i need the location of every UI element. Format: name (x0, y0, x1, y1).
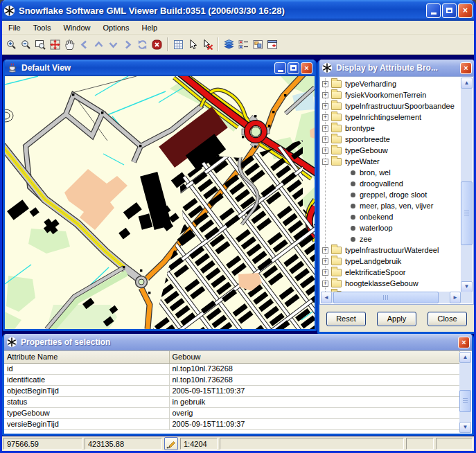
map-close-button[interactable]: × (301, 62, 312, 74)
maximize-button[interactable] (442, 3, 457, 18)
edit-pencil-icon[interactable] (164, 437, 178, 450)
menu-file[interactable]: File (2, 21, 27, 34)
table-row[interactable]: versieBeginTijd2005-09-15T11:09:37 (4, 418, 460, 429)
status-message (220, 438, 404, 450)
tree-item[interactable]: fysiekVoorkomenTerrein (320, 89, 462, 100)
legend-icon[interactable] (236, 37, 251, 52)
expand-icon[interactable] (322, 92, 328, 98)
map-canvas[interactable] (5, 76, 315, 329)
zoom-window-icon[interactable] (33, 37, 48, 52)
scrollbar-thumb[interactable] (459, 390, 471, 412)
app-titlebar[interactable]: Snowflake Software GML Viewer Build:0351… (0, 0, 476, 21)
tree-item[interactable]: typeVerharding (320, 78, 462, 89)
expand-icon[interactable] (322, 125, 328, 132)
scroll-down-icon[interactable] (459, 422, 471, 433)
expand-icon[interactable] (322, 81, 328, 87)
expand-icon[interactable] (322, 103, 328, 109)
properties-window-titlebar[interactable]: Properties of selection × (4, 334, 472, 350)
small-roundabout (136, 276, 148, 288)
tree-vertical-scrollbar[interactable] (461, 78, 473, 292)
zoom-in-icon[interactable] (4, 37, 19, 52)
expand-icon[interactable] (322, 269, 328, 276)
table-row[interactable]: statusin gebruik (4, 396, 460, 407)
expand-icon[interactable] (322, 114, 328, 121)
tree-leaf[interactable]: droogvallend (320, 178, 462, 189)
menu-options[interactable]: Options (97, 21, 136, 34)
java-cup-icon (7, 62, 19, 74)
pan-right-icon[interactable] (121, 37, 135, 52)
minimize-button[interactable] (426, 3, 441, 18)
apply-button[interactable]: Apply (377, 312, 416, 326)
close-button[interactable]: Close (427, 312, 467, 326)
scrollbar-thumb[interactable] (461, 181, 473, 245)
scroll-left-icon[interactable] (321, 292, 332, 303)
reset-button[interactable]: Reset (326, 312, 366, 326)
scroll-right-icon[interactable] (450, 292, 461, 303)
pan-hand-icon[interactable] (62, 37, 77, 52)
table-row[interactable]: typeGebouwoverig (4, 407, 460, 418)
layers-icon[interactable] (222, 37, 236, 52)
map-window-titlebar[interactable]: Default View × (5, 60, 315, 76)
tree-item[interactable]: typeInfrastructuurSpoorbaandee (320, 100, 462, 112)
map-maximize-button[interactable] (288, 62, 299, 74)
tree-item[interactable]: typeLandgebruik (320, 256, 462, 267)
toolbar-separator (218, 37, 219, 51)
refresh-icon[interactable] (135, 37, 150, 52)
properties-vertical-scrollbar[interactable] (459, 352, 471, 433)
tree-item[interactable]: hoogteklasseGebouw (320, 278, 462, 289)
close-button[interactable]: × (458, 3, 473, 18)
tree-leaf[interactable]: zee (320, 233, 462, 245)
table-row[interactable]: identificatienl.top10nl.736268 (4, 374, 460, 385)
menu-window[interactable]: Window (57, 21, 96, 34)
attribute-table-icon[interactable] (171, 37, 186, 52)
tree-leaf[interactable]: waterloop (320, 222, 462, 233)
map-minimize-button[interactable] (274, 62, 286, 74)
tree-item[interactable]: spoorbreedte (320, 134, 462, 145)
column-header-attribute[interactable]: Attribute Name (4, 351, 169, 363)
tree-item[interactable]: typeGebouw (320, 145, 462, 156)
expand-icon[interactable] (322, 148, 328, 154)
attribute-window-titlebar[interactable]: Display by Attribute Bro... × (319, 60, 474, 76)
expand-icon[interactable] (322, 258, 328, 265)
stop-icon[interactable] (150, 37, 164, 52)
tree-item[interactable]: typeInfrastructuurWaterdeel (320, 245, 462, 256)
collapse-icon[interactable] (322, 159, 328, 165)
tree-horizontal-scrollbar[interactable] (321, 292, 473, 303)
tree-item-expanded[interactable]: typeWater (320, 156, 462, 167)
tree-item[interactable]: typeInrichtingselement (320, 112, 462, 123)
topographic-map[interactable] (5, 76, 315, 329)
table-row[interactable]: objectBeginTijd2005-09-15T11:09:37 (4, 385, 460, 396)
select-cursor-icon[interactable] (186, 37, 200, 52)
zoom-full-extent-icon[interactable] (48, 37, 62, 52)
overview-map-icon[interactable] (251, 37, 265, 52)
tree-item[interactable]: brontype (320, 123, 462, 134)
tree-item[interactable]: elektrificatieSpoor (320, 267, 462, 278)
expand-icon[interactable] (322, 281, 328, 287)
menu-help[interactable]: Help (135, 21, 164, 34)
scroll-down-icon[interactable] (461, 281, 473, 292)
scroll-up-icon[interactable] (461, 78, 473, 89)
pan-left-icon[interactable] (77, 37, 91, 52)
table-row[interactable]: idnl.top10nl.736268 (4, 363, 460, 374)
scroll-up-icon[interactable] (459, 352, 471, 363)
zoom-out-icon[interactable] (19, 37, 33, 52)
new-view-icon[interactable] (265, 37, 280, 52)
pan-up-icon[interactable] (91, 37, 106, 52)
scrollbar-thumb[interactable] (333, 292, 439, 303)
pan-down-icon[interactable] (106, 37, 121, 52)
folder-icon (331, 247, 342, 254)
tree-leaf[interactable]: onbekend (320, 211, 462, 222)
snowflake-icon (3, 5, 15, 17)
column-header-gebouw[interactable]: Gebouw (169, 351, 460, 363)
tree-leaf[interactable]: greppel, droge sloot (320, 189, 462, 200)
tree-leaf[interactable]: meer, plas, ven, vijver (320, 200, 462, 211)
attribute-tree: typeVerharding fysiekVoorkomenTerrein ty… (320, 78, 462, 294)
attribute-close-button[interactable]: × (460, 62, 472, 74)
map-scale: 1:4204 (180, 438, 218, 450)
deselect-cursor-icon[interactable] (200, 37, 215, 52)
tree-leaf[interactable]: bron, wel (320, 167, 462, 178)
menu-tools[interactable]: Tools (27, 21, 58, 34)
expand-icon[interactable] (322, 136, 328, 143)
expand-icon[interactable] (322, 247, 328, 254)
properties-close-button[interactable]: × (458, 337, 470, 348)
